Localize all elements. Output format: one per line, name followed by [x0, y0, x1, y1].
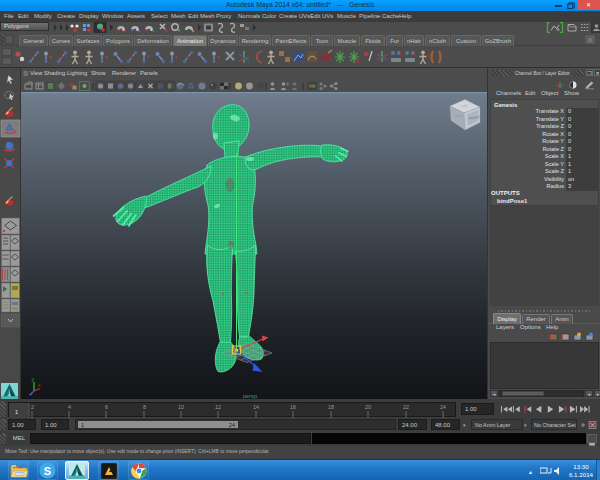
- svg-text:18: 18: [328, 404, 334, 410]
- svg-text:y: y: [32, 376, 35, 382]
- svg-text:14: 14: [253, 404, 259, 410]
- svg-text:S: S: [44, 465, 51, 477]
- svg-text:24: 24: [440, 404, 446, 410]
- svg-text:12: 12: [215, 404, 221, 410]
- svg-text:22: 22: [403, 404, 409, 410]
- svg-text:6: 6: [105, 404, 108, 410]
- svg-text:1: 1: [15, 409, 18, 415]
- svg-text:8: 8: [143, 404, 146, 410]
- svg-text:x: x: [38, 383, 41, 388]
- svg-text:16: 16: [290, 404, 296, 410]
- svg-text:2: 2: [31, 404, 34, 410]
- svg-text:20: 20: [365, 404, 371, 410]
- svg-text:10: 10: [178, 404, 184, 410]
- svg-text:4: 4: [68, 404, 71, 410]
